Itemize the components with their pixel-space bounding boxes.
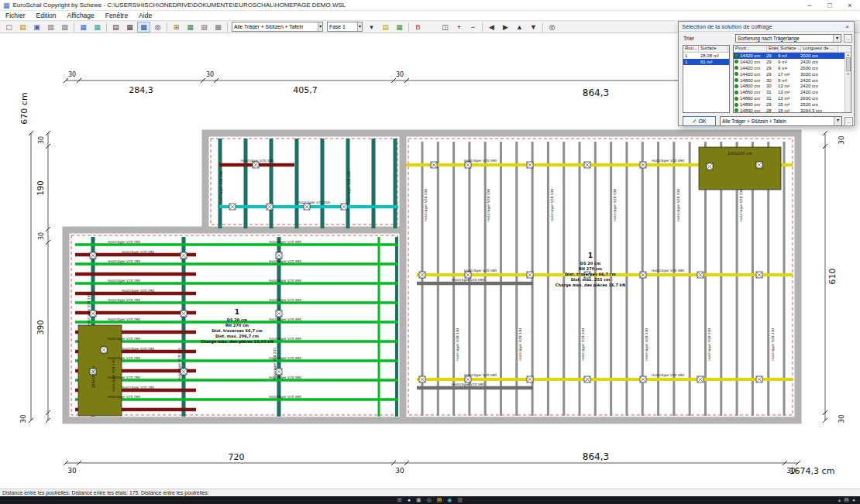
column-header[interactable]: Etais [767,46,779,52]
solution-row[interactable]: 14890 cm2815 m²3264,3 cm [734,108,851,113]
surface-list[interactable]: Rou...Surface 128,08 m²161 m² [683,45,730,113]
solution-row[interactable]: 14420 cm299 m²2420 cm [734,59,851,65]
filter-combo[interactable]: Alle Träger + Stützen + Tafeln ▾ [720,116,842,126]
solution-row[interactable]: 14420 cm299 m²2020 cm [734,53,851,59]
svg-text:Holzträger V20 330: Holzträger V20 330 [518,328,522,361]
minimize-button[interactable]: – [800,0,820,10]
menu-affichage[interactable]: Affichage [62,12,100,19]
zoom-in-button[interactable]: + [452,22,466,33]
taskbar-file-explorer-icon[interactable]: ▤ [437,496,442,504]
panels-view-button[interactable]: ▦ [184,22,197,33]
view-mode-1-button[interactable]: ▤ [109,22,122,33]
view-mode-2-button[interactable]: ▦ [123,22,136,33]
save-file-button[interactable]: ▣ [30,22,43,33]
svg-text:RH 270 cm: RH 270 cm [579,266,602,271]
svg-text:Dist. traverses 66,7 cm: Dist. traverses 66,7 cm [212,328,263,333]
filter-more-button[interactable]: ... [845,117,853,126]
taskbar-edge-icon[interactable]: ◉ [447,496,452,504]
taskbar-widgets-icon[interactable]: ◎ [427,496,432,504]
print-button[interactable]: ▥ [44,22,57,33]
beams-filter-combo[interactable]: Alle Träger + Stützen + Tafeln▾ [232,22,323,32]
column-header[interactable]: Poutr... [734,46,767,52]
svg-text:405,7: 405,7 [293,85,318,95]
chevron-down-icon[interactable]: ▾ [357,22,362,31]
phase-dropdown-button[interactable]: ▾ [365,22,378,33]
taskbar-start-icon[interactable]: ⊞ [397,496,402,504]
props-view-button[interactable]: ▨ [198,22,211,33]
solution-row[interactable]: 14890 cm2915 m²2520 cm [734,101,851,108]
new-file-button[interactable]: ▢ [2,22,15,33]
pan-right-button[interactable]: ▶ [499,22,512,33]
trier-label: Trier [683,36,694,41]
menu-fentre[interactable]: Fenêtre [100,12,133,19]
open-file-button[interactable]: ▤ [16,22,29,33]
column-header[interactable]: Surface [699,46,728,52]
sort-combo[interactable]: Sortierung nach Trägerlange ▾ [735,34,841,43]
chevron-down-icon[interactable]: ▾ [318,22,322,31]
toolbar-separator [227,22,228,32]
column-header[interactable]: Rou... [683,46,699,52]
svg-text:Holzträger V20 245: Holzträger V20 245 [112,359,115,392]
tray-up-icon[interactable]: ▴ [838,496,841,504]
stats-chart-button[interactable]: ▦ [77,22,90,33]
taskbar-app-icon[interactable]: ▥ [457,496,463,504]
results-view-button[interactable]: ▩ [212,22,225,33]
solutions-scrollbar[interactable]: ▲ ▼ [845,53,851,112]
column-header[interactable]: Surface ... [779,46,801,52]
fit-window-button[interactable]: ◫ [439,22,452,33]
pan-up-button[interactable]: ▲ [513,22,526,33]
tray-volume-icon[interactable]: ● [852,496,855,504]
solution-row[interactable]: 14860 cm3113 m²2420 cm [734,89,851,95]
layer-yellow-button[interactable]: ▤ [379,22,392,33]
solution-row[interactable]: 14800 cm309 m²2420 cm [734,77,851,84]
surface-row[interactable]: 128,08 m² [683,53,729,59]
svg-text:Holzträger V20 330: Holzträger V20 330 [645,328,648,361]
chevron-down-icon[interactable]: ▾ [834,117,841,125]
scroll-down-icon[interactable]: ▼ [845,72,851,76]
svg-text:Holzträger V20 290: Holzträger V20 290 [108,259,140,263]
svg-text:Holzträger V20 190: Holzträger V20 190 [347,171,351,204]
menu-aide[interactable]: Aide [133,12,157,19]
maximize-button[interactable]: □ [820,0,840,10]
solution-row[interactable]: 14860 cm3113 m²2600 cm [734,95,851,101]
window-title: EuroSchal Copyright by Schewe - C:\USERS… [13,2,346,9]
taskbar-task-view-icon[interactable]: ▣ [416,496,421,504]
layer-green-button[interactable]: ▦ [393,22,406,33]
close-button[interactable]: × [840,0,860,10]
ok-button[interactable]: ✓ OK [683,116,716,126]
phase-combo[interactable]: Fase 1▾ [327,22,363,32]
chevron-down-icon[interactable]: ▾ [833,35,841,42]
zoom-out-button[interactable]: − [466,22,480,33]
svg-text:30: 30 [67,467,77,475]
taskbar-search-icon[interactable]: ● [408,496,411,504]
zoom-tool-button[interactable]: ◎ [545,22,559,33]
dialog-close-icon[interactable]: × [844,23,851,30]
pan-down-button[interactable]: ▼ [527,22,540,33]
solutions-list[interactable]: Poutr...EtaisSurface ...Longueur de ... … [733,45,851,113]
dialog-titlebar[interactable]: Sélection de la solution de coffrage × [679,22,854,32]
surface-row[interactable]: 161 m² [683,59,729,65]
stats-chart-alt-button[interactable]: ▦ [91,22,104,33]
table-view-button[interactable]: ⊞ [170,22,183,33]
scroll-thumb[interactable] [846,57,851,71]
solution-icon [734,108,738,112]
solution-row[interactable]: 14420 cm299 m²2600 cm [734,65,851,71]
zoom-button[interactable]: ◎ [151,22,164,33]
solution-row[interactable]: 14420 cm2917 m²3020 cm [734,71,851,77]
column-header[interactable]: Longueur de ... [801,46,838,52]
svg-text:Holzträger V20 290: Holzträger V20 290 [108,279,140,283]
print-preview-button[interactable]: ▧ [58,22,71,33]
bold-red-button[interactable]: B [411,22,425,33]
tray-network-icon[interactable]: ▤ [844,496,849,504]
pan-left-button[interactable]: ◀ [485,22,498,33]
scroll-up-icon[interactable]: ▲ [845,53,851,57]
system-tray: ▴▤● [838,496,855,504]
sort-combo-value: Sortierung nach Trägerlange [738,36,800,41]
svg-text:30: 30 [206,71,214,78]
sort-more-button[interactable]: ... [844,34,852,43]
menu-fichier[interactable]: Fichier [0,12,31,19]
solution-row[interactable]: 14800 cm3013 m²2420 cm [734,83,851,89]
view-mode-3-button[interactable]: ▩ [137,22,150,33]
svg-text:DS 20 cm: DS 20 cm [227,317,247,322]
menu-edition[interactable]: Edition [31,12,62,19]
